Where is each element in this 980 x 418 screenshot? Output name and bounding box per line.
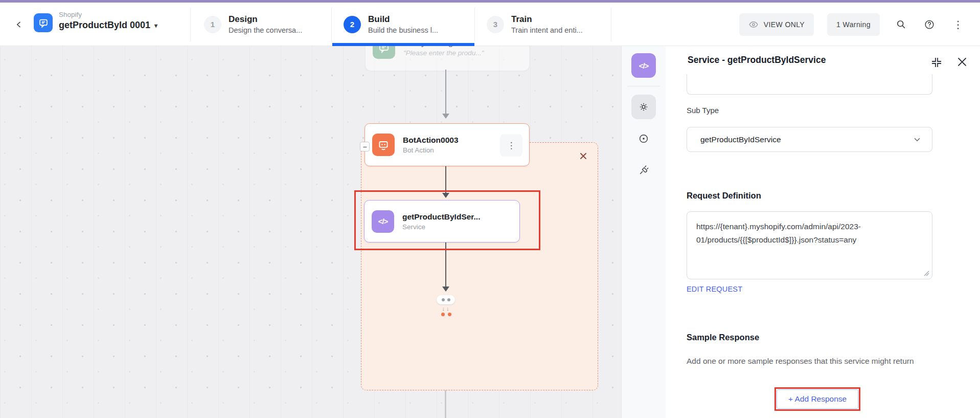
bot-name-menu[interactable]: getProductById 0001 ▾ — [59, 20, 157, 31]
panel-close-icon[interactable] — [956, 56, 968, 68]
entity-node-title: Entity: String — [403, 46, 484, 48]
arrowhead-botaction — [442, 114, 449, 119]
bot-action-icon — [372, 134, 395, 156]
entity-node-subtitle: "Please enter the produ..." — [403, 49, 484, 57]
sub-type-dropdown[interactable]: getProductByIdService — [687, 127, 932, 152]
connector-service-out — [445, 243, 446, 287]
top-header: Shopify getProductById 0001 ▾ 1 Design D… — [0, 3, 980, 46]
panel-icon-rail: </> — [621, 46, 666, 418]
breadcrumb: Shopify getProductById 0001 ▾ — [59, 11, 157, 31]
design-step-subtitle: Design the conversa... — [229, 26, 302, 34]
build-step-subtitle: Build the business l... — [368, 26, 438, 34]
drop-target-widget[interactable]: ↓↓ — [437, 295, 456, 316]
tab-design[interactable]: 1 Design Design the conversa... — [192, 3, 302, 46]
caret-down-icon: ▾ — [154, 22, 157, 29]
sample-response-heading: Sample Response — [687, 333, 759, 342]
panel-header: Service - getProductByIdService — [666, 46, 980, 74]
request-definition-textarea[interactable]: https://{tenant}.myshopify.com/admin/api… — [687, 211, 932, 279]
flow-canvas[interactable]: Entity: String "Please enter the produ..… — [0, 46, 621, 418]
annotation-rect-add-response: + Add Response — [774, 387, 860, 411]
eye-icon — [748, 19, 759, 30]
service-code-icon: </> — [372, 210, 394, 233]
design-step-title: Design — [229, 14, 302, 25]
more-menu-icon[interactable]: ⋮ — [950, 17, 966, 32]
help-icon[interactable] — [922, 17, 937, 32]
train-step-title: Train — [511, 14, 583, 25]
app-logo-icon — [34, 13, 53, 32]
connector-below-region — [445, 390, 446, 418]
view-only-badge[interactable]: VIEW ONLY — [739, 13, 814, 36]
back-button[interactable] — [11, 17, 27, 32]
add-response-button[interactable]: + Add Response — [777, 389, 858, 409]
group-collapse-toggle[interactable]: − — [360, 142, 370, 151]
request-definition-heading: Request Definition — [687, 191, 761, 201]
sub-type-value: getProductByIdService — [700, 135, 781, 144]
build-step-title: Build — [368, 14, 438, 25]
train-step-subtitle: Train intent and enti... — [511, 26, 583, 34]
chevron-down-icon — [913, 135, 922, 144]
sub-type-label: Sub Type — [687, 106, 719, 115]
sample-response-description: Add one or more sample responses that th… — [687, 356, 937, 367]
arrowhead-out — [442, 287, 449, 292]
design-step-number: 1 — [204, 16, 221, 33]
view-only-label: VIEW ONLY — [764, 20, 805, 29]
active-tab-underline — [332, 43, 474, 46]
connector-botaction-service — [445, 166, 446, 193]
drop-pill — [437, 295, 455, 304]
tab-train[interactable]: 3 Train Train intent and enti... — [474, 3, 583, 46]
header-actions: VIEW ONLY 1 Warning ⋮ — [739, 3, 966, 46]
panel-collapse-icon[interactable] — [930, 56, 943, 69]
drop-dots-icon — [437, 313, 456, 316]
connector-entity-botaction — [445, 70, 446, 114]
service-node[interactable]: </> getProductByIdSer... Service — [364, 200, 520, 243]
build-step-number: 2 — [344, 16, 361, 33]
service-config-panel: Service - getProductByIdService Sub Type… — [666, 46, 980, 418]
edit-request-link[interactable]: EDIT REQUEST — [687, 285, 742, 293]
bot-action-node-subtitle: Bot Action — [403, 146, 459, 154]
bot-action-node-title: BotAction0003 — [403, 136, 459, 145]
bot-action-node[interactable]: BotAction0003 Bot Action ⋮ — [364, 123, 530, 166]
scrolled-input-field[interactable] — [687, 72, 932, 95]
rail-target-tab[interactable] — [631, 126, 656, 151]
bot-name: getProductById 0001 — [59, 20, 150, 31]
bot-action-group-region — [361, 142, 598, 390]
service-node-title: getProductByIdSer... — [402, 212, 480, 222]
warning-badge[interactable]: 1 Warning — [827, 13, 880, 36]
search-icon[interactable] — [893, 17, 908, 32]
bot-action-menu-icon[interactable]: ⋮ — [500, 134, 522, 157]
train-step-number: 3 — [487, 16, 504, 33]
rail-code-tab[interactable]: </> — [631, 53, 656, 78]
rail-settings-tab[interactable] — [631, 95, 656, 119]
header-divider — [611, 8, 611, 41]
rail-connections-tab[interactable] — [631, 158, 656, 183]
entity-chat-icon — [373, 46, 395, 59]
service-node-subtitle: Service — [402, 223, 480, 231]
drop-arrows-icon: ↓↓ — [437, 306, 456, 312]
top-accent-strip — [0, 0, 980, 3]
warning-label: 1 Warning — [836, 20, 871, 29]
tab-build[interactable]: 2 Build Build the business l... — [331, 3, 438, 46]
arrowhead-service — [442, 193, 449, 198]
rail-divider — [627, 86, 660, 86]
header-divider — [190, 8, 191, 41]
group-close-icon[interactable] — [577, 149, 590, 163]
entity-node[interactable]: Entity: String "Please enter the produ..… — [366, 46, 529, 71]
app-root: Entity: String "Please enter the produ..… — [0, 0, 980, 418]
panel-title: Service - getProductByIdService — [688, 55, 826, 65]
breadcrumb-category: Shopify — [59, 11, 157, 18]
